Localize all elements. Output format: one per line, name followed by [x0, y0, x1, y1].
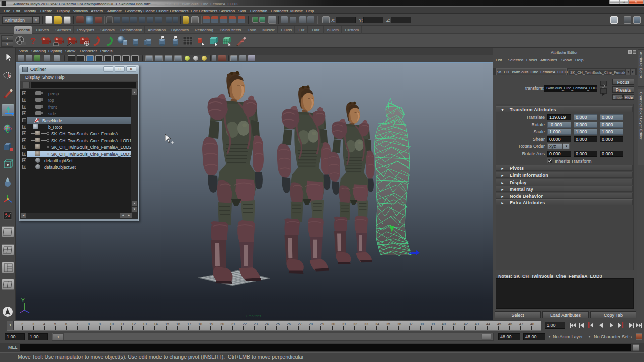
svg-text:Grab fans: Grab fans: [246, 314, 261, 318]
svg-text:?: ?: [30, 36, 36, 46]
svg-text:Y: Y: [21, 298, 25, 303]
